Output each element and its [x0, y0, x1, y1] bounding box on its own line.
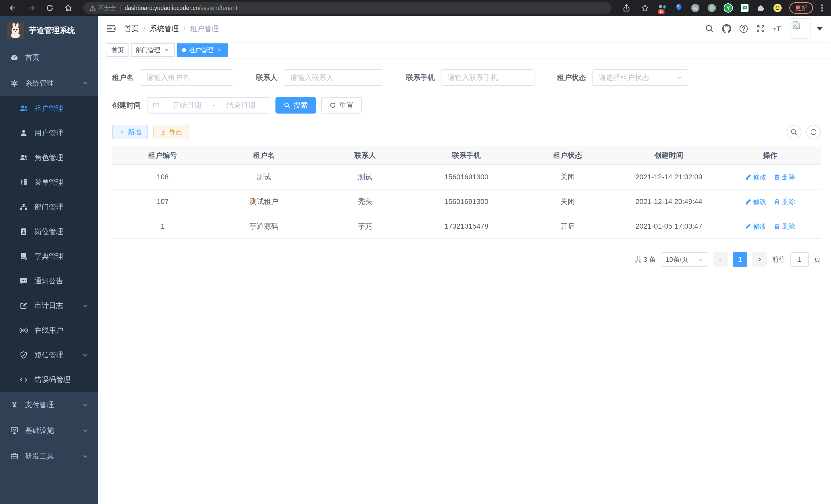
github-icon[interactable]	[722, 24, 731, 33]
sidebar-item-audit-log[interactable]: 审计日志	[0, 293, 98, 318]
help-icon[interactable]	[739, 24, 748, 33]
browser-back-icon[interactable]	[9, 4, 17, 12]
sidebar-item-dept[interactable]: 部门管理	[0, 195, 98, 219]
chevron-down-icon	[82, 402, 88, 408]
dashboard-icon	[10, 53, 19, 62]
add-button[interactable]: 新增	[112, 125, 148, 139]
tab-close-icon[interactable]: ×	[216, 47, 223, 54]
extension-chat-icon[interactable]	[740, 3, 749, 12]
toggle-search-button[interactable]	[787, 125, 801, 139]
address-bar[interactable]: 不安全 dashboard.yudao.iocoder.cn /system/t…	[83, 2, 611, 13]
sidebar-menu: 首页 系统管理 租户管理 用户管理 角色管理	[0, 45, 98, 469]
sidebar-item-online-users[interactable]: 在线用户	[0, 318, 98, 343]
breadcrumb-home[interactable]: 首页	[124, 24, 139, 34]
fullscreen-icon[interactable]	[756, 24, 765, 33]
browser-forward-icon[interactable]	[27, 4, 35, 12]
edit-link[interactable]: 修改	[745, 222, 767, 231]
delete-link[interactable]: 删除	[774, 222, 795, 231]
browser-menu-icon[interactable]	[818, 2, 826, 13]
header-search-icon[interactable]	[705, 24, 714, 33]
goto-page-input[interactable]	[791, 252, 809, 267]
breadcrumb-system[interactable]: 系统管理	[150, 24, 179, 34]
chevron-down-icon	[82, 352, 88, 358]
contact-input[interactable]	[284, 69, 383, 86]
browser-update-button[interactable]: 更新	[790, 2, 813, 13]
sidebar-item-notice[interactable]: 通知公告	[0, 269, 98, 293]
extension-y-logo-icon[interactable]: Y	[724, 3, 733, 12]
page-number-current[interactable]: 1	[733, 252, 747, 267]
trash-icon	[774, 223, 780, 230]
sidebar: 芋道管理系统 首页 系统管理 租户管理 用户管理	[0, 16, 98, 504]
pencil-icon	[745, 198, 752, 205]
shield-check-icon	[20, 351, 28, 359]
sidebar-item-dev-tools[interactable]: 研发工具	[0, 443, 98, 469]
extensions-puzzle-icon[interactable]	[756, 3, 766, 12]
font-size-icon[interactable]: TT	[773, 24, 782, 33]
filter-row-1: 租户名 联系人 联系手机 租户状态 请选择租户状态	[112, 69, 821, 86]
sidebar-item-menu[interactable]: 菜单管理	[0, 170, 98, 195]
status-badge: 开启	[517, 214, 618, 238]
col-phone: 联系手机	[416, 146, 517, 165]
status-select[interactable]: 请选择租户状态	[592, 69, 688, 86]
export-button[interactable]: 导出	[153, 125, 189, 139]
sidebar-item-dict[interactable]: 字典管理	[0, 244, 98, 269]
create-time-label: 创建时间	[112, 100, 141, 110]
avatar-dropdown-caret-icon[interactable]	[816, 27, 823, 31]
filter-tenant-name: 租户名	[112, 69, 233, 86]
refresh-icon	[329, 102, 336, 109]
extension-command-icon[interactable]: ⌘	[691, 3, 700, 12]
extension-tabs-icon[interactable]: 10	[658, 3, 667, 12]
svg-text:T: T	[776, 25, 781, 33]
sidebar-item-infra[interactable]: 基础设施	[0, 418, 98, 443]
browser-home-icon[interactable]	[64, 4, 73, 12]
tenant-name-input[interactable]	[140, 69, 233, 86]
share-icon[interactable]	[622, 4, 631, 12]
sidebar-fold-icon[interactable]	[106, 24, 116, 34]
app-logo[interactable]: 芋道管理系统	[0, 16, 98, 45]
search-button[interactable]: 搜索	[276, 97, 316, 114]
sidebar-item-tenant[interactable]: 租户管理	[0, 96, 98, 121]
pagination-total: 共 3 条	[635, 255, 656, 264]
tab-home[interactable]: 首页	[107, 43, 128, 57]
browser-reload-icon[interactable]	[46, 4, 54, 12]
create-time-range-picker[interactable]: 开始日期 - 结束日期	[147, 97, 270, 114]
table-row: 107 测试租户 秃头 15601691300 关闭 2021-12-14 20…	[112, 189, 821, 214]
sidebar-item-home[interactable]: 首页	[0, 45, 98, 70]
tab-dept[interactable]: 部门管理 ×	[131, 43, 175, 57]
sidebar-item-error-code[interactable]: 错误码管理	[0, 367, 98, 392]
dictionary-book-icon	[20, 252, 28, 261]
page-size-select[interactable]: 10条/页	[661, 252, 708, 267]
next-page-button[interactable]	[752, 252, 767, 267]
refresh-table-button[interactable]	[806, 125, 821, 139]
user-icon	[20, 129, 28, 137]
sidebar-item-post[interactable]: 岗位管理	[0, 219, 98, 244]
avatar[interactable]	[790, 19, 810, 39]
sidebar-item-sms[interactable]: 短信管理	[0, 343, 98, 367]
delete-link[interactable]: 删除	[774, 173, 795, 182]
delete-link[interactable]: 删除	[774, 197, 795, 206]
code-icon	[20, 376, 28, 384]
edit-link[interactable]: 修改	[745, 173, 767, 182]
sidebar-item-payment[interactable]: ¥ 支付管理	[0, 392, 98, 418]
phone-input[interactable]	[441, 69, 535, 86]
prev-page-button[interactable]	[713, 252, 728, 267]
reset-button[interactable]: 重置	[321, 97, 362, 114]
chevron-down-icon	[82, 453, 88, 459]
tenant-table: 租户编号 租户名 联系人 联系手机 租户状态 创建时间 操作 108 测试 测试…	[112, 146, 821, 239]
sidebar-item-role[interactable]: 角色管理	[0, 145, 98, 170]
gear-icon	[10, 79, 19, 87]
extension-emoji-icon[interactable]	[773, 3, 782, 12]
extension-recorder-icon[interactable]	[707, 3, 716, 12]
logo-rabbit-image	[7, 22, 24, 38]
security-label[interactable]: 不安全	[98, 4, 116, 12]
edit-link[interactable]: 修改	[745, 197, 767, 206]
bookmark-star-icon[interactable]	[641, 4, 649, 12]
url-path[interactable]: /system/tenant	[199, 5, 237, 11]
url-host[interactable]: dashboard.yudao.iocoder.cn	[125, 5, 199, 11]
briefcase-icon	[10, 452, 19, 460]
extension-balloon-icon[interactable]	[674, 3, 684, 12]
tab-close-icon[interactable]: ×	[163, 47, 170, 54]
tab-tenant[interactable]: 租户管理 ×	[177, 43, 228, 57]
sidebar-item-user[interactable]: 用户管理	[0, 121, 98, 145]
sidebar-item-system[interactable]: 系统管理	[0, 70, 98, 96]
